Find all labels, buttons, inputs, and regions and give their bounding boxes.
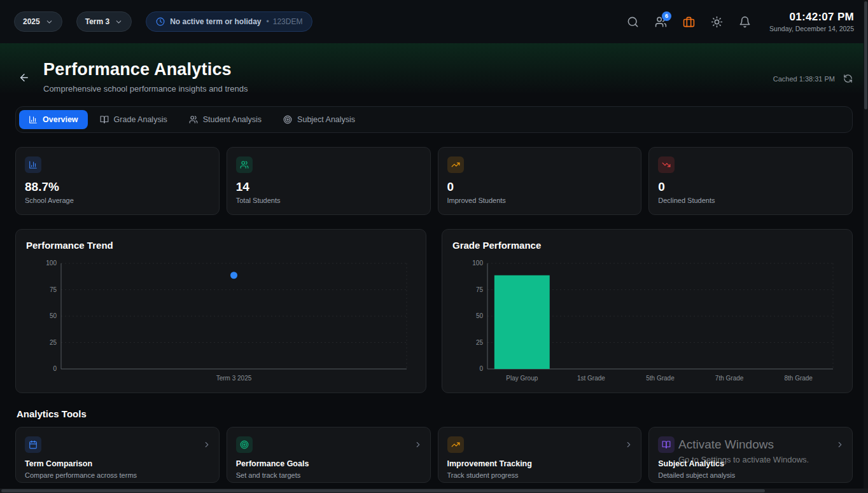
term-select[interactable]: Term 3	[76, 11, 132, 32]
analytics-tools: Term Comparison Compare performance acro…	[15, 427, 853, 483]
grade-performance-card: Grade Performance 0255075100Play Group1s…	[442, 229, 853, 393]
horizontal-scrollbar[interactable]	[0, 489, 868, 493]
tool-title: Term Comparison	[25, 459, 210, 468]
chevron-right-icon	[624, 440, 633, 449]
tab-subject-analysis[interactable]: Subject Analysis	[274, 110, 365, 129]
tool-desc: Track student progress	[447, 471, 633, 479]
svg-text:0: 0	[479, 365, 483, 372]
chevron-down-icon	[45, 18, 53, 26]
svg-text:75: 75	[50, 286, 57, 293]
page-header: Performance Analytics Comprehensive scho…	[0, 43, 868, 104]
tab-label: Overview	[43, 115, 78, 124]
analytics-tools-heading: Analytics Tools	[17, 408, 851, 419]
stat-card-improved-students: 0 Improved Students	[438, 147, 642, 215]
svg-text:50: 50	[50, 312, 57, 319]
stat-label: Declined Students	[658, 197, 843, 204]
header-titles: Performance Analytics Comprehensive scho…	[43, 60, 248, 94]
svg-text:7th Grade: 7th Grade	[715, 375, 744, 382]
svg-text:25: 25	[476, 339, 484, 346]
chart-title: Performance Trend	[26, 240, 416, 251]
tab-label: Grade Analysis	[114, 115, 167, 124]
toolbox-icon[interactable]	[683, 16, 695, 28]
trending-down-icon	[658, 156, 675, 173]
chevron-right-icon	[202, 440, 211, 449]
term-status-banner[interactable]: No active term or holiday 123DEM	[146, 11, 312, 32]
tab-label: Student Analysis	[203, 115, 262, 124]
tool-performance-goals[interactable]: Performance Goals Set and track targets	[227, 427, 431, 483]
tool-desc: Compare performance across terms	[25, 471, 210, 479]
tool-desc: Set and track targets	[236, 471, 421, 479]
stat-card-total-students: 14 Total Students	[227, 147, 431, 215]
tool-title: Performance Goals	[236, 459, 421, 468]
arrow-left-icon	[18, 72, 30, 83]
vertical-scrollbar-thumb[interactable]	[864, 1, 867, 109]
header-right: Cached 1:38:31 PM	[773, 74, 853, 84]
tool-term-comparison[interactable]: Term Comparison Compare performance acro…	[15, 427, 220, 483]
trending-up-icon	[447, 156, 464, 173]
svg-text:50: 50	[476, 312, 484, 319]
svg-text:1st Grade: 1st Grade	[577, 375, 605, 382]
grade-performance-chart: 0255075100Play Group1st Grade5th Grade7t…	[452, 258, 842, 384]
chevron-right-icon	[836, 440, 844, 449]
chevron-down-icon	[115, 18, 123, 26]
svg-text:100: 100	[472, 260, 483, 267]
cached-timestamp: Cached 1:38:31 PM	[773, 75, 835, 83]
trending-up-icon	[447, 436, 464, 453]
tool-improvement-tracking[interactable]: Improvement Tracking Track student progr…	[438, 427, 642, 483]
users-icon[interactable]: 6	[655, 16, 667, 28]
stat-label: School Average	[25, 197, 210, 204]
year-select[interactable]: 2025	[14, 11, 62, 32]
analytics-tabs: Overview Grade Analysis Student Analysis…	[15, 106, 853, 133]
stat-label: Improved Students	[447, 197, 633, 204]
stat-cards: 88.7% School Average 14 Total Students 0…	[15, 147, 853, 215]
target-icon	[283, 115, 292, 124]
search-icon[interactable]	[627, 16, 639, 28]
book-open-icon	[658, 436, 675, 453]
svg-text:0: 0	[53, 365, 57, 372]
svg-text:100: 100	[46, 260, 57, 267]
stat-card-declined-students: 0 Declined Students	[648, 147, 853, 215]
term-status-text: No active term or holiday	[170, 17, 261, 26]
horizontal-scrollbar-thumb[interactable]	[1, 489, 765, 492]
svg-text:75: 75	[476, 286, 484, 293]
school-code: 123DEM	[267, 17, 303, 26]
tool-title: Subject Analytics	[658, 459, 843, 468]
book-open-icon	[100, 115, 109, 124]
performance-trend-chart: 0255075100Term 3 2025	[26, 258, 416, 384]
top-actions: 6 01:42:07 PM Sunday, December 14, 2025	[627, 11, 854, 32]
stat-label: Total Students	[236, 197, 421, 204]
refresh-button[interactable]	[843, 74, 853, 84]
performance-trend-card: Performance Trend 0255075100Term 3 2025	[15, 229, 426, 393]
bell-icon[interactable]	[739, 16, 751, 28]
tool-title: Improvement Tracking	[447, 459, 633, 468]
tab-grade-analysis[interactable]: Grade Analysis	[90, 110, 177, 129]
charts-row: Performance Trend 0255075100Term 3 2025 …	[15, 229, 853, 393]
theme-toggle-sun-icon[interactable]	[711, 16, 723, 28]
top-bar: 2025 Term 3 No active term or holiday 12…	[0, 0, 868, 43]
chart-title: Grade Performance	[452, 240, 842, 251]
stat-value: 14	[236, 180, 421, 194]
back-button[interactable]	[11, 65, 37, 90]
stat-value: 0	[447, 180, 633, 194]
users-icon	[189, 115, 198, 124]
tab-overview[interactable]: Overview	[19, 110, 88, 129]
tool-desc: Detailed subject analysis	[658, 471, 843, 479]
svg-text:25: 25	[50, 339, 57, 346]
tab-student-analysis[interactable]: Student Analysis	[179, 110, 271, 129]
users-icon	[236, 156, 253, 173]
clock-widget: 01:42:07 PM Sunday, December 14, 2025	[769, 11, 854, 32]
calendar-icon	[25, 436, 41, 453]
target-icon	[236, 436, 253, 453]
svg-text:Play Group: Play Group	[506, 375, 538, 382]
tool-subject-analytics[interactable]: Subject Analytics Detailed subject analy…	[648, 427, 853, 483]
current-date: Sunday, December 14, 2025	[769, 25, 854, 32]
term-select-value: Term 3	[85, 17, 109, 26]
svg-text:5th Grade: 5th Grade	[646, 375, 675, 382]
page-subtitle: Comprehensive school performance insight…	[43, 84, 248, 94]
notification-badge: 6	[662, 11, 671, 21]
stat-card-school-average: 88.7% School Average	[15, 147, 220, 215]
svg-text:Term 3 2025: Term 3 2025	[216, 375, 252, 382]
stat-value: 88.7%	[25, 180, 210, 194]
vertical-scrollbar[interactable]	[864, 0, 868, 489]
refresh-icon	[843, 74, 853, 83]
